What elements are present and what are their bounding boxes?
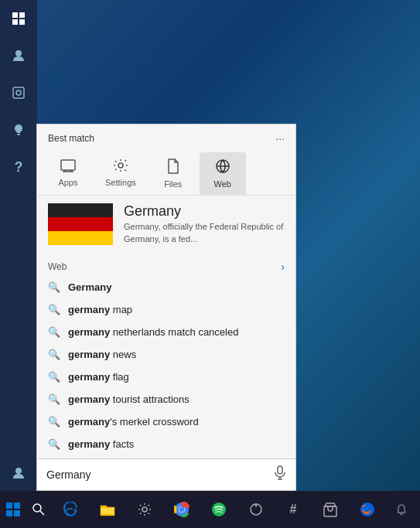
search-icon-6: 🔍 bbox=[48, 416, 60, 428]
taskbar-app-icons: # bbox=[52, 491, 386, 528]
taskbar-edge-icon[interactable] bbox=[52, 491, 89, 528]
web-item-7[interactable]: 🔍 germany facts bbox=[37, 433, 295, 455]
flag-red-stripe bbox=[48, 217, 113, 231]
svg-rect-7 bbox=[17, 134, 20, 135]
sidebar-tablet-icon[interactable] bbox=[0, 74, 37, 111]
web-item-text-4: germany flag bbox=[68, 371, 129, 383]
tab-apps-label: Apps bbox=[58, 178, 77, 187]
svg-rect-1 bbox=[19, 12, 25, 18]
web-section-arrow[interactable]: › bbox=[281, 261, 285, 273]
best-match-result[interactable]: Germany Germany, officially the Federal … bbox=[37, 196, 295, 253]
best-match-name: Germany bbox=[124, 203, 285, 220]
search-icon-3: 🔍 bbox=[48, 349, 60, 360]
taskbar-spotify-icon[interactable] bbox=[200, 491, 237, 528]
tab-web[interactable]: Web bbox=[200, 152, 246, 195]
search-panel: Best match ··· Apps bbox=[36, 124, 296, 491]
svg-point-18 bbox=[142, 507, 147, 512]
web-item-text-1: germany map bbox=[68, 304, 132, 315]
tab-files-label: Files bbox=[164, 179, 182, 189]
web-item-text-0: Germany bbox=[68, 281, 111, 293]
svg-point-8 bbox=[15, 468, 22, 474]
search-icon-5: 🔍 bbox=[48, 393, 60, 405]
search-icon-0: 🔍 bbox=[48, 281, 60, 293]
sidebar-home-icon[interactable] bbox=[0, 0, 37, 37]
search-icon-4: 🔍 bbox=[48, 371, 60, 383]
panel-header: Best match ··· bbox=[37, 124, 295, 149]
web-section: Web › 🔍 Germany 🔍 germany map 🔍 germany … bbox=[37, 253, 295, 455]
web-item-0[interactable]: 🔍 Germany bbox=[37, 276, 295, 298]
desktop: ? Best match ··· Apps bbox=[0, 0, 420, 528]
search-icon-7: 🔍 bbox=[48, 438, 60, 450]
svg-point-25 bbox=[360, 502, 374, 516]
web-item-2[interactable]: 🔍 germany netherlands match canceled bbox=[37, 321, 295, 343]
left-sidebar: ? bbox=[0, 0, 37, 491]
panel-header-title: Best match bbox=[48, 133, 94, 144]
svg-rect-9 bbox=[61, 160, 75, 170]
taskbar-chrome-icon[interactable] bbox=[163, 491, 200, 528]
panel-header-more-button[interactable]: ··· bbox=[275, 132, 285, 145]
files-tab-icon bbox=[166, 158, 180, 178]
best-match-info: Germany Germany, officially the Federal … bbox=[124, 203, 285, 245]
web-item-text-2: germany netherlands match canceled bbox=[68, 326, 238, 338]
web-item-3[interactable]: 🔍 germany news bbox=[37, 343, 295, 366]
web-item-6[interactable]: 🔍 germany's merkel crossword bbox=[37, 410, 295, 433]
svg-point-4 bbox=[15, 50, 22, 56]
tab-files[interactable]: Files bbox=[150, 152, 196, 195]
web-section-label: Web bbox=[48, 261, 67, 272]
web-item-text-3: germany news bbox=[68, 349, 136, 360]
taskbar-hashtag-icon[interactable]: # bbox=[275, 491, 312, 528]
svg-rect-13 bbox=[278, 466, 282, 474]
taskbar-notification-icon[interactable] bbox=[386, 491, 417, 528]
search-box-value: Germany bbox=[46, 468, 274, 481]
taskbar-store-icon[interactable] bbox=[312, 491, 349, 528]
taskbar-explorer-icon[interactable] bbox=[89, 491, 126, 528]
sidebar-user-icon[interactable] bbox=[0, 454, 37, 491]
taskbar-firefox-icon[interactable] bbox=[349, 491, 386, 528]
taskbar-reload-icon[interactable] bbox=[237, 491, 275, 528]
apps-tab-icon bbox=[60, 158, 76, 176]
germany-flag bbox=[48, 203, 113, 245]
web-item-text-6: germany's merkel crossword bbox=[68, 416, 199, 428]
tab-settings[interactable]: Settings bbox=[94, 152, 147, 195]
svg-point-16 bbox=[33, 504, 41, 512]
svg-rect-3 bbox=[19, 19, 25, 25]
taskbar: # bbox=[0, 491, 420, 528]
sidebar-lightbulb-icon[interactable] bbox=[0, 111, 37, 148]
search-icon-1: 🔍 bbox=[48, 304, 60, 315]
flag-yellow-stripe bbox=[48, 231, 113, 245]
sidebar-person-icon[interactable] bbox=[0, 37, 37, 74]
tab-apps[interactable]: Apps bbox=[45, 152, 91, 195]
search-icon-2: 🔍 bbox=[48, 326, 60, 338]
flag-black-stripe bbox=[48, 203, 113, 217]
tab-web-label: Web bbox=[214, 179, 231, 189]
web-item-text-7: germany facts bbox=[68, 438, 134, 450]
sidebar-question-icon[interactable]: ? bbox=[0, 148, 37, 186]
svg-point-10 bbox=[118, 163, 123, 168]
svg-rect-5 bbox=[13, 87, 24, 98]
web-item-text-5: germany tourist attractions bbox=[68, 393, 190, 405]
start-button[interactable] bbox=[0, 491, 26, 528]
taskbar-search-button[interactable] bbox=[26, 491, 53, 528]
svg-rect-2 bbox=[12, 19, 18, 25]
best-match-description: Germany, officially the Federal Republic… bbox=[124, 221, 285, 245]
svg-point-21 bbox=[179, 507, 185, 513]
search-box[interactable]: Germany bbox=[37, 458, 295, 490]
tab-settings-label: Settings bbox=[105, 178, 136, 187]
taskbar-settings-icon[interactable] bbox=[126, 491, 163, 528]
web-section-header: Web › bbox=[37, 256, 295, 276]
windows-logo-icon bbox=[6, 502, 20, 516]
svg-point-6 bbox=[16, 90, 21, 95]
web-item-4[interactable]: 🔍 germany flag bbox=[37, 366, 295, 388]
web-item-1[interactable]: 🔍 germany map bbox=[37, 298, 295, 321]
web-item-5[interactable]: 🔍 germany tourist attractions bbox=[37, 388, 295, 410]
category-tabs: Apps Settings Files bbox=[37, 149, 295, 196]
svg-line-17 bbox=[40, 511, 44, 515]
microphone-icon[interactable] bbox=[274, 465, 286, 484]
settings-tab-icon bbox=[113, 158, 128, 176]
svg-rect-0 bbox=[12, 12, 18, 18]
taskbar-right bbox=[386, 491, 417, 528]
web-tab-icon bbox=[215, 158, 230, 178]
